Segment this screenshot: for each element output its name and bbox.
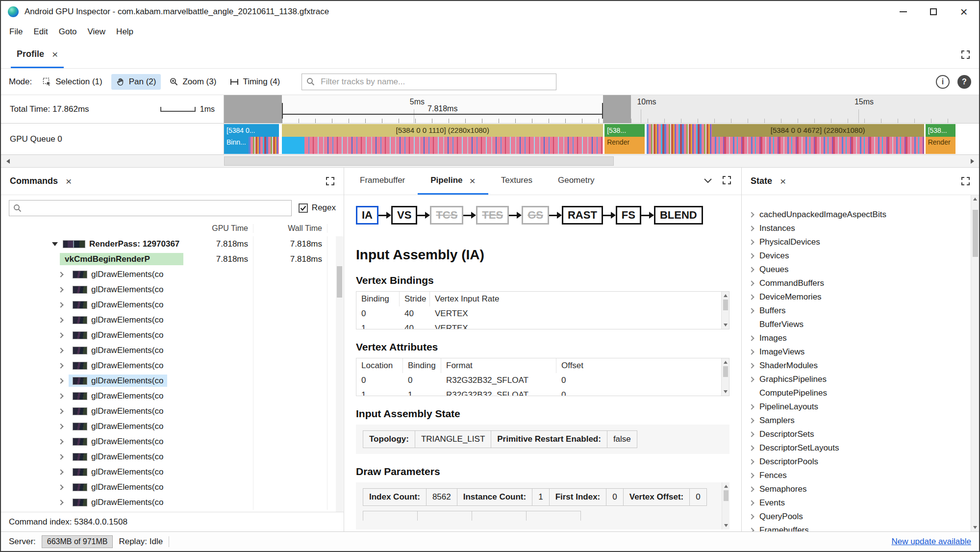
stage-box[interactable]: BLEND	[654, 206, 703, 225]
expand-chevron-icon[interactable]	[58, 302, 63, 307]
state-tree-item[interactable]: BufferViews	[742, 318, 979, 331]
renderpass-segment[interactable]: [538... Render	[604, 124, 645, 154]
state-tree-item[interactable]: Framebuffers	[742, 524, 979, 531]
expand-chevron-icon[interactable]	[58, 378, 63, 383]
scroll-up-icon[interactable]	[724, 361, 728, 364]
stage-box[interactable]: FS	[616, 206, 641, 225]
expand-chevron-icon[interactable]	[749, 335, 754, 341]
close-icon[interactable]: ×	[780, 176, 786, 186]
gpu-queue-track[interactable]: [5384 0... Binn... [5384 0 0 1110] (2280…	[224, 124, 979, 154]
expand-chevron-icon[interactable]	[749, 473, 754, 478]
filter-tracks-input[interactable]	[302, 74, 556, 90]
pipeline-stage[interactable]: TCS	[417, 206, 463, 225]
pipeline-stage[interactable]: VS	[378, 206, 417, 225]
command-row[interactable]: glDrawElements(co	[1, 403, 344, 419]
maximize-button[interactable]	[918, 1, 949, 23]
state-tree-item[interactable]: cachedUnpackedImageAspectBits	[742, 208, 979, 222]
state-tree-item[interactable]: PipelineLayouts	[742, 400, 979, 414]
table-scrollbar[interactable]	[721, 292, 729, 329]
expand-chevron-icon[interactable]	[749, 267, 754, 272]
tab-commands[interactable]: Commands	[10, 176, 58, 186]
state-tree-item[interactable]: DescriptorSets	[742, 427, 979, 441]
expand-chevron-icon[interactable]	[749, 431, 754, 437]
expand-chevron-icon[interactable]	[749, 418, 754, 423]
expand-chevron-icon[interactable]	[749, 308, 754, 313]
mode-timing-button[interactable]: Timing (4)	[225, 74, 285, 90]
command-row-renderpass[interactable]: RenderPass: 12970367 7.818ms 7.818ms	[1, 236, 344, 251]
minimize-button[interactable]	[888, 1, 918, 23]
pipeline-stage[interactable]: IA	[356, 206, 378, 225]
expand-chevron-icon[interactable]	[749, 486, 754, 492]
expand-chevron-icon[interactable]	[58, 469, 63, 475]
command-row[interactable]: glDrawElements(co	[1, 479, 344, 495]
mode-pan-button[interactable]: Pan (2)	[111, 74, 161, 90]
expand-chevron-icon[interactable]	[749, 349, 754, 354]
expand-chevron-icon[interactable]	[749, 363, 754, 368]
draw-call-stripes[interactable]	[647, 124, 711, 154]
menu-item[interactable]: Help	[111, 23, 139, 41]
expand-chevron-icon[interactable]	[58, 500, 63, 505]
expand-chevron-icon[interactable]	[749, 226, 754, 231]
tab-geometry[interactable]: Geometry	[545, 168, 607, 195]
pipeline-stage[interactable]: GS	[509, 206, 549, 225]
tab-framebuffer[interactable]: Framebuffer	[347, 168, 418, 195]
expand-chevron-icon[interactable]	[749, 294, 754, 300]
table-scrollbar[interactable]	[721, 358, 729, 396]
command-row[interactable]: glDrawElements(co	[1, 419, 344, 434]
fullscreen-button[interactable]	[326, 176, 335, 186]
tab-overflow-button[interactable]	[704, 177, 712, 186]
commands-search-input[interactable]	[9, 201, 291, 216]
timeline-ruler[interactable]: 5ms 10ms 15ms 7.818ms	[224, 95, 979, 123]
scroll-up-icon[interactable]	[973, 198, 977, 201]
scroll-down-icon[interactable]	[724, 390, 728, 393]
expand-chevron-icon[interactable]	[749, 445, 754, 451]
stage-box[interactable]: VS	[391, 206, 417, 225]
state-tree-item[interactable]: Images	[742, 331, 979, 345]
scroll-right-button[interactable]	[965, 155, 979, 167]
state-tree-item[interactable]: DeviceMemories	[742, 290, 979, 304]
menu-item[interactable]: Edit	[28, 23, 53, 41]
command-row[interactable]: glDrawElements(co	[1, 373, 344, 388]
command-row-begin-renderpass[interactable]: vkCmdBeginRenderP 7.818ms 7.818ms	[1, 251, 344, 267]
stage-box[interactable]: RAST	[562, 206, 603, 225]
scrollbar-thumb[interactable]	[724, 490, 729, 501]
tab-pipeline[interactable]: Pipeline ×	[418, 168, 488, 195]
pipeline-stage[interactable]: FS	[603, 206, 641, 225]
section-scrollbar[interactable]	[722, 482, 729, 529]
state-tree-item[interactable]: Fences	[742, 469, 979, 482]
command-row[interactable]: glDrawElements(co	[1, 434, 344, 449]
scrollbar-thumb[interactable]	[973, 210, 978, 257]
info-button[interactable]: i	[936, 75, 950, 89]
expand-chevron-icon[interactable]	[58, 424, 63, 429]
state-tree-item[interactable]: Devices	[742, 249, 979, 263]
scroll-down-icon[interactable]	[973, 526, 977, 529]
menu-item[interactable]: Goto	[53, 23, 82, 41]
expand-chevron-icon[interactable]	[58, 287, 63, 292]
expand-chevron-icon[interactable]	[749, 514, 754, 519]
expand-chevron-icon[interactable]	[58, 332, 63, 338]
command-row[interactable]: glDrawElements(co	[1, 388, 344, 403]
stage-box[interactable]: TES	[476, 206, 509, 225]
scroll-up-icon[interactable]	[724, 485, 728, 488]
fullscreen-button[interactable]	[961, 176, 970, 186]
pipeline-stage[interactable]: TES	[463, 206, 509, 225]
collapse-caret-icon[interactable]	[52, 242, 58, 246]
stage-box[interactable]: IA	[356, 206, 378, 225]
expand-chevron-icon[interactable]	[749, 459, 754, 464]
command-row[interactable]: glDrawElements(co	[1, 267, 344, 282]
timeline-horizontal-scrollbar[interactable]	[1, 155, 979, 168]
renderpass-segment-selected[interactable]: [5384 0 0 1110] (2280x1080)	[282, 124, 603, 154]
pipeline-stage[interactable]: RAST	[549, 206, 603, 225]
state-tree-item[interactable]: Semaphores	[742, 482, 979, 496]
command-row[interactable]: glDrawElements(co	[1, 358, 344, 373]
command-row[interactable]: glDrawElements(co	[1, 312, 344, 327]
expand-chevron-icon[interactable]	[58, 272, 63, 277]
tab-profile[interactable]: Profile ×	[11, 41, 64, 68]
expand-chevron-icon[interactable]	[58, 348, 63, 353]
state-tree-item[interactable]: Samplers	[742, 414, 979, 427]
mode-zoom-button[interactable]: Zoom (3)	[165, 74, 221, 90]
renderpass-segment[interactable]: [538... Render	[926, 124, 956, 154]
renderpass-segment[interactable]: [5384 0... Binn...	[224, 124, 279, 154]
table-row[interactable]: 0 0 R32G32B32_SFLOAT 0	[356, 373, 721, 388]
close-icon[interactable]: ×	[469, 176, 475, 186]
